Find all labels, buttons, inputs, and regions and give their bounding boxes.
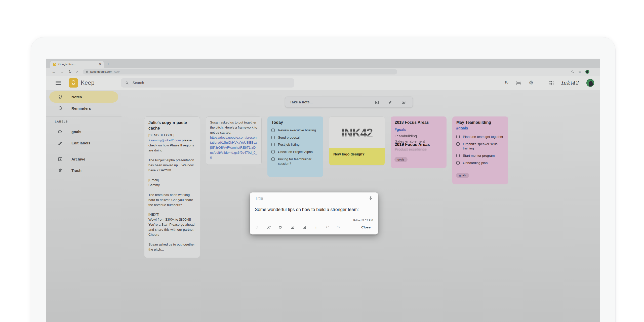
checkbox-icon[interactable] (456, 135, 460, 138)
checkbox-icon[interactable] (271, 157, 275, 161)
checkbox-icon[interactable] (271, 150, 275, 153)
note-title: May Teambuilding (456, 120, 504, 125)
sidebar-divider (46, 151, 122, 151)
take-a-note-bar[interactable] (285, 97, 413, 108)
keep-header: Keep ↻ ⚙ Ink\42 (46, 76, 600, 90)
pin-icon[interactable] (368, 196, 373, 201)
checkbox-icon[interactable] (271, 136, 275, 139)
search-small-icon[interactable] (571, 70, 574, 73)
checkbox-icon[interactable] (456, 154, 460, 157)
new-drawing-icon[interactable] (388, 100, 393, 105)
account-avatar[interactable] (586, 79, 594, 87)
checkbox-icon[interactable] (456, 161, 460, 165)
checklist-item[interactable]: Onboarding plan (456, 161, 504, 165)
new-image-icon[interactable] (401, 100, 406, 105)
browser-toolbar: ← → ↻ ⌂ keep.google.com/u/0/ ☆ ⋮ (46, 68, 600, 76)
add-collaborator-icon[interactable] (267, 225, 271, 229)
note-may-teambuilding[interactable]: May Teambuilding #goals Plan one team ge… (452, 116, 508, 184)
checklist-item[interactable]: Send proposal (271, 135, 319, 140)
stage: { "browser": { "tab": { "title": "Google… (0, 0, 644, 322)
sidebar: Notes Reminders LABELS goals Edit labels… (46, 90, 122, 176)
notes-canvas: Notes Reminders LABELS goals Edit labels… (46, 90, 600, 322)
checklist-item[interactable]: Organize speaker skills training (456, 142, 504, 151)
goals-hashtag-link[interactable]: #goals (395, 128, 406, 132)
search-input[interactable] (133, 81, 290, 85)
forward-icon[interactable]: → (60, 70, 64, 74)
note-title: Today (271, 120, 319, 125)
undo-icon[interactable]: ↶ (326, 225, 329, 229)
checkbox-icon[interactable] (456, 142, 460, 146)
redo-icon[interactable]: ↷ (337, 225, 340, 229)
keep-logo-icon (69, 78, 78, 88)
browser-tab-google-keep[interactable]: Google Keep × (50, 61, 104, 68)
search-bar[interactable] (121, 78, 294, 88)
add-image-icon[interactable] (290, 225, 295, 229)
pencil-icon (58, 140, 63, 146)
label-chip-goals[interactable]: goals (394, 157, 408, 162)
checkbox-icon[interactable] (271, 143, 275, 146)
sidebar-item-trash[interactable]: Trash (49, 165, 118, 176)
tab-close-icon[interactable]: × (99, 62, 101, 66)
lock-icon (86, 70, 89, 73)
label-tag-icon (58, 129, 63, 134)
brand-logo: Ink\42 (561, 80, 579, 86)
note-text: Sammy (148, 183, 196, 188)
note-susan-pitch[interactable]: Susan asked us to put together the pitch… (206, 116, 262, 165)
ink42-logo-image: INK42 (329, 117, 385, 148)
note-2018-focus-areas[interactable]: 2018 Focus Areas #goals Teambuilding Sal… (391, 116, 447, 168)
new-checklist-icon[interactable] (375, 100, 379, 105)
google-apps-grid-icon[interactable] (549, 81, 553, 85)
note-text: [NEXT] (148, 212, 196, 217)
labels-heading: LABELS (46, 120, 122, 123)
refresh-icon[interactable]: ↻ (505, 80, 509, 86)
list-view-icon[interactable] (516, 81, 521, 85)
sidebar-item-edit-labels[interactable]: Edit labels (49, 137, 118, 149)
back-icon[interactable]: ← (52, 70, 56, 74)
close-button[interactable]: Close (359, 224, 373, 231)
archive-note-icon[interactable] (302, 225, 306, 229)
checklist-item[interactable]: Check on Project Alpha (271, 150, 319, 154)
new-tab-button[interactable]: + (107, 61, 109, 66)
sidebar-item-reminders[interactable]: Reminders (49, 103, 118, 114)
note-text: The Project Alpha presentation has been … (148, 158, 196, 173)
checklist-item[interactable]: Review executive briefing (271, 128, 319, 133)
checklist-item[interactable]: Post job listing (271, 142, 319, 147)
sidebar-item-goals[interactable]: goals (49, 126, 118, 137)
note-today-checklist[interactable]: Today Review executive briefing Send pro… (267, 116, 323, 177)
checklist-item[interactable]: Start mentor program (456, 153, 504, 158)
reminder-bell-icon[interactable] (255, 225, 259, 229)
settings-gear-icon[interactable]: ⚙ (529, 80, 534, 86)
sidebar-item-notes[interactable]: Notes (49, 91, 118, 103)
note-text: New logo design? (333, 152, 381, 156)
note-text: [SEND BEFORE] (148, 133, 196, 138)
browser-menu-icon[interactable]: ⋮ (593, 70, 597, 74)
note-body-text[interactable]: Some wonderful tips on how to build a st… (255, 207, 373, 212)
note-title-input[interactable] (255, 196, 368, 201)
note-title: Julie's copy-n-paste cache (148, 120, 196, 131)
bookmark-star-icon[interactable]: ☆ (578, 70, 581, 74)
archive-icon (58, 156, 63, 162)
search-icon (125, 81, 129, 85)
bell-icon (58, 106, 63, 111)
docs-link[interactable]: https://docs.google.com/presentation/d/1… (210, 136, 257, 159)
color-palette-icon[interactable] (278, 225, 283, 229)
note-julie-copy-paste[interactable]: Julie's copy-n-paste cache [SEND BEFORE]… (144, 116, 200, 258)
email-link[interactable]: sammy@ink-42.com (150, 138, 181, 142)
reload-icon[interactable]: ↻ (68, 69, 72, 74)
note-text: Teambuilding (395, 134, 442, 138)
checklist-item[interactable]: Pricing for teambuilder session? (271, 157, 319, 166)
sidebar-item-archive[interactable]: Archive (49, 153, 118, 165)
goals-hashtag-link[interactable]: #goals (456, 126, 468, 130)
note-new-logo[interactable]: INK42 New logo design? (329, 116, 385, 166)
take-a-note-input[interactable] (290, 100, 375, 104)
address-bar[interactable]: keep.google.com/u/0/ (83, 69, 397, 74)
browser-profile-avatar[interactable] (585, 70, 589, 74)
checklist-item[interactable]: Plan one team get together (456, 135, 504, 139)
home-icon[interactable]: ⌂ (76, 70, 78, 74)
more-options-icon[interactable]: ⋮ (314, 225, 318, 229)
label-chip-goals[interactable]: goals (456, 173, 469, 178)
checkbox-icon[interactable] (271, 129, 275, 132)
note-text: Susan asked us to put together the pitch… (210, 120, 257, 135)
note-body-yellow: New logo design? (329, 148, 385, 166)
main-menu-icon[interactable] (56, 81, 61, 85)
